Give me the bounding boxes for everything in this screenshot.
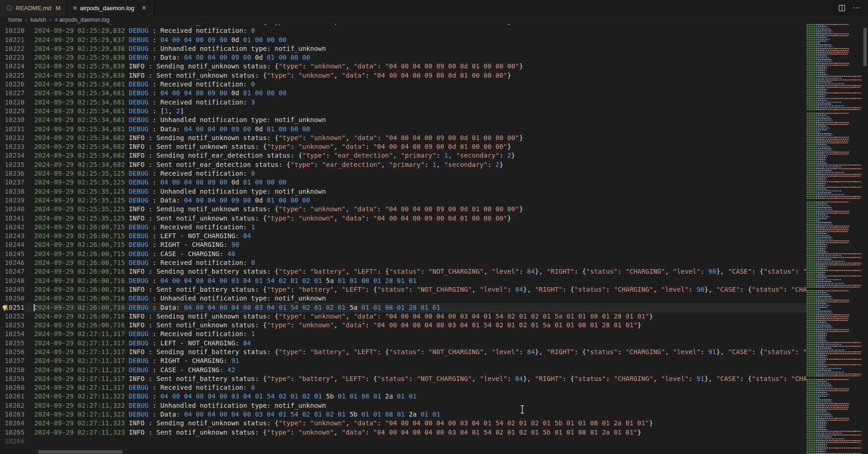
log-line[interactable]: 102492024-09-29 02:26:00,716 INFO : Sent… <box>0 285 807 294</box>
log-file-icon: ≡ <box>55 17 58 23</box>
log-line-text: 2024-09-29 02:25:29,837 DEBUG : 04 00 04… <box>24 36 807 44</box>
log-line[interactable]: 102262024-09-29 02:25:34,681 DEBUG : Rec… <box>0 80 807 89</box>
log-line-text: 2024-09-29 02:25:35,125 INFO : Sent noti… <box>24 214 807 223</box>
log-line[interactable]: 102212024-09-29 02:25:29,837 DEBUG : 04 … <box>0 36 807 44</box>
log-line[interactable]: 102342024-09-29 02:25:34,682 INFO : Send… <box>0 151 807 160</box>
log-line[interactable]: 102372024-09-29 02:25:35,125 DEBUG : 04 … <box>0 178 807 187</box>
line-number: 10233 <box>0 142 24 151</box>
log-line-text <box>24 437 807 446</box>
tab-readme-label: README.md <box>16 5 51 12</box>
log-line[interactable]: 102652024-09-29 02:27:11,323 INFO : Sent… <box>0 428 807 437</box>
log-line[interactable]: 102292024-09-29 02:25:34,681 DEBUG : [1,… <box>0 107 807 116</box>
log-line[interactable]: 102282024-09-29 02:25:34,681 DEBUG : Rec… <box>0 98 807 107</box>
log-line-text: 2024-09-29 02:27:11,323 INFO : Sent noti… <box>24 428 807 437</box>
log-line[interactable]: 102272024-09-29 02:25:34,681 DEBUG : 04 … <box>0 89 807 98</box>
log-line[interactable]: 102622024-09-29 02:27:11,322 DEBUG : Unh… <box>0 401 807 410</box>
log-line[interactable]: 102412024-09-29 02:25:35,125 INFO : Sent… <box>0 214 807 223</box>
line-number: 10249 <box>0 285 24 294</box>
log-line[interactable]: 102302024-09-29 02:25:34,681 DEBUG : Unh… <box>0 116 807 124</box>
log-line[interactable]: 102582024-09-29 02:27:11,317 DEBUG : CAS… <box>0 366 807 374</box>
log-line[interactable]: 102522024-09-29 02:26:00,716 INFO : Send… <box>0 312 807 321</box>
log-line-text: 2024-09-29 02:27:11,322 DEBUG : Unhandle… <box>24 401 807 410</box>
log-line[interactable]: 102392024-09-29 02:25:35,125 DEBUG : Dat… <box>0 196 807 205</box>
log-line[interactable]: 102542024-09-29 02:27:11,317 DEBUG : Rec… <box>0 330 807 338</box>
line-number: 10222 <box>0 44 24 53</box>
lightbulb-icon[interactable] <box>1 305 8 311</box>
line-number: 10253 <box>0 321 24 330</box>
line-number: 10244 <box>0 240 24 249</box>
log-line[interactable]: 102472024-09-29 02:26:00,716 INFO : Send… <box>0 267 807 276</box>
line-number: 10231 <box>0 125 24 134</box>
close-tab-icon[interactable]: ✕ <box>141 4 148 12</box>
line-number: 10227 <box>0 89 24 98</box>
log-line[interactable]: 102502024-09-29 02:26:00,716 DEBUG : Unh… <box>0 294 807 303</box>
log-line[interactable]: 102252024-09-29 02:25:29,838 INFO : Sent… <box>0 71 807 80</box>
log-line[interactable]: 102442024-09-29 02:26:00,715 DEBUG : RIG… <box>0 240 807 249</box>
log-line[interactable]: 102452024-09-29 02:26:00,715 DEBUG : CAS… <box>0 250 807 258</box>
line-number: 10226 <box>0 80 24 89</box>
log-line[interactable]: 102572024-09-29 02:27:11,317 DEBUG : RIG… <box>0 356 807 365</box>
breadcrumb: home › kavish › ≡airpods_daemon.log <box>0 16 868 24</box>
line-number: 10247 <box>0 267 24 276</box>
log-line-text: 2024-09-29 02:27:11,322 DEBUG : 04 00 04… <box>24 392 807 401</box>
line-number: 10259 <box>0 374 24 383</box>
log-line[interactable]: 102552024-09-29 02:27:11,317 DEBUG : LEF… <box>0 339 807 348</box>
log-line[interactable]: 10266 <box>0 437 807 446</box>
line-number: 10257 <box>0 356 24 365</box>
log-line-text: 2024-09-29 02:27:11,317 DEBUG : Received… <box>24 330 807 338</box>
log-line[interactable]: 102592024-09-29 02:27:11,317 INFO : Sent… <box>0 374 807 383</box>
more-actions-icon[interactable]: ⋯ <box>853 4 861 12</box>
log-line[interactable]: 102402024-09-29 02:25:35,125 INFO : Send… <box>0 205 807 214</box>
log-line[interactable]: 102352024-09-29 02:25:34,682 INFO : Sent… <box>0 160 807 169</box>
tab-readme[interactable]: ⓘ README.md M <box>0 0 67 16</box>
vertical-scrollbar[interactable] <box>862 24 868 454</box>
log-line[interactable]: 102222024-09-29 02:25:29,838 DEBUG : Unh… <box>0 44 807 53</box>
line-number: 10245 <box>0 250 24 258</box>
log-editor[interactable]: 102192024-09-29 02:25:29,832 INFO : Sent… <box>0 24 868 454</box>
log-line-text: 2024-09-29 02:25:35,125 DEBUG : Unhandle… <box>24 187 807 196</box>
log-line-text: 2024-09-29 02:27:11,323 INFO : Sending n… <box>24 419 807 428</box>
log-line[interactable]: 102332024-09-29 02:25:34,682 INFO : Sent… <box>0 142 807 151</box>
log-line[interactable]: 102362024-09-29 02:25:35,125 DEBUG : Rec… <box>0 169 807 178</box>
breadcrumb-home[interactable]: home <box>8 17 22 23</box>
breadcrumb-file[interactable]: ≡airpods_daemon.log <box>55 17 110 23</box>
log-line[interactable]: 102642024-09-29 02:27:11,323 INFO : Send… <box>0 419 807 428</box>
split-editor-icon[interactable] <box>838 5 845 12</box>
log-line[interactable]: 102232024-09-29 02:25:29,838 DEBUG : Dat… <box>0 53 807 62</box>
line-number: 10252 <box>0 312 24 321</box>
log-line[interactable]: 102532024-09-29 02:26:00,716 INFO : Sent… <box>0 321 807 330</box>
log-line[interactable]: 102242024-09-29 02:25:29,838 INFO : Send… <box>0 62 807 71</box>
log-line[interactable]: 102562024-09-29 02:27:11,317 INFO : Send… <box>0 348 807 356</box>
log-line-text: 2024-09-29 02:26:00,716 INFO : Sending n… <box>24 312 807 321</box>
log-line-text: 2024-09-29 02:25:34,681 DEBUG : Received… <box>24 98 807 107</box>
log-line[interactable]: 102512024-09-29 02:26:00,716 DEBUG : Dat… <box>0 303 807 312</box>
log-line[interactable]: 102322024-09-29 02:25:34,682 INFO : Send… <box>0 134 807 142</box>
log-line[interactable]: 102432024-09-29 02:26:00,715 DEBUG : LEF… <box>0 232 807 240</box>
line-number: 10236 <box>0 169 24 178</box>
log-line[interactable]: 102602024-09-29 02:27:11,317 DEBUG : Rec… <box>0 383 807 392</box>
log-line-text: 2024-09-29 02:26:00,715 DEBUG : Received… <box>24 223 807 232</box>
line-number: 10232 <box>0 134 24 142</box>
log-line-text: 2024-09-29 02:26:00,716 DEBUG : Unhandle… <box>24 294 807 303</box>
tab-airpods-daemon-log[interactable]: ≡ airpods_daemon.log ✕ <box>67 0 153 16</box>
line-number: 10248 <box>0 276 24 285</box>
log-line-text: 2024-09-29 02:25:35,125 DEBUG : Received… <box>24 169 807 178</box>
log-line[interactable]: 102462024-09-29 02:26:00,715 DEBUG : Rec… <box>0 258 807 267</box>
horizontal-scrollbar-thumb[interactable] <box>38 450 122 454</box>
modified-badge: M <box>55 5 61 12</box>
log-line[interactable]: 102612024-09-29 02:27:11,322 DEBUG : 04 … <box>0 392 807 401</box>
log-line[interactable]: 102312024-09-29 02:25:34,681 DEBUG : Dat… <box>0 125 807 134</box>
log-line-text: 2024-09-29 02:27:11,317 DEBUG : LEFT - N… <box>24 339 807 348</box>
minimap[interactable] <box>807 24 862 454</box>
log-line[interactable]: 102422024-09-29 02:26:00,715 DEBUG : Rec… <box>0 223 807 232</box>
log-line[interactable]: 102632024-09-29 02:27:11,322 DEBUG : Dat… <box>0 410 807 419</box>
log-line[interactable]: 102202024-09-29 02:25:29,832 DEBUG : Rec… <box>0 26 807 35</box>
log-line-text: 2024-09-29 02:26:00,716 DEBUG : 04 00 04… <box>24 276 807 285</box>
vertical-scrollbar-thumb[interactable] <box>863 28 867 66</box>
line-number: 10239 <box>0 196 24 205</box>
log-line[interactable]: 102482024-09-29 02:26:00,716 DEBUG : 04 … <box>0 276 807 285</box>
log-line-text: 2024-09-29 02:25:29,832 DEBUG : Received… <box>24 26 807 35</box>
log-line[interactable]: 102382024-09-29 02:25:35,125 DEBUG : Unh… <box>0 187 807 196</box>
breadcrumb-kavish[interactable]: kavish <box>31 17 46 23</box>
line-number: 10234 <box>0 151 24 160</box>
